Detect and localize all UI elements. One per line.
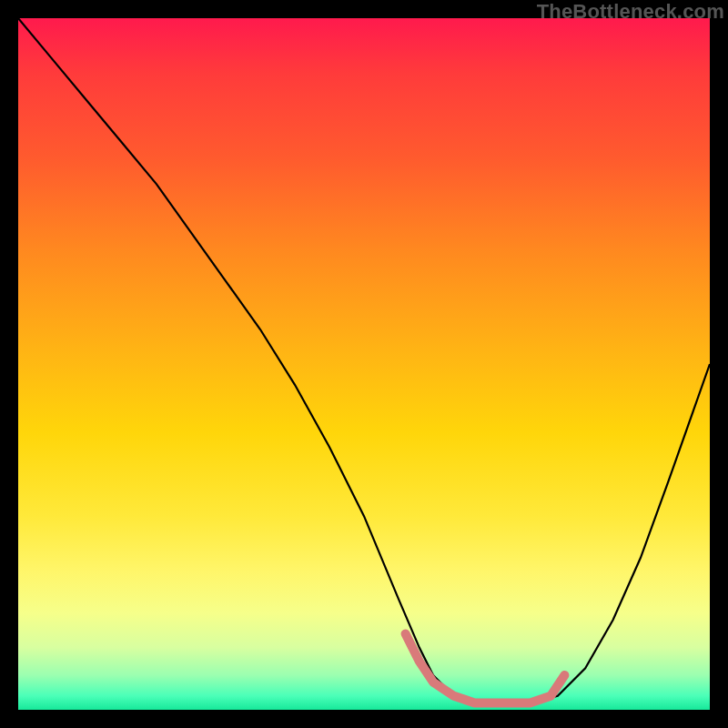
watermark-text: TheBottleneck.com — [537, 0, 724, 24]
chart-frame — [18, 18, 710, 710]
optimal-range-marker — [406, 633, 565, 703]
bottleneck-curve — [18, 18, 710, 703]
chart-svg — [18, 18, 710, 710]
